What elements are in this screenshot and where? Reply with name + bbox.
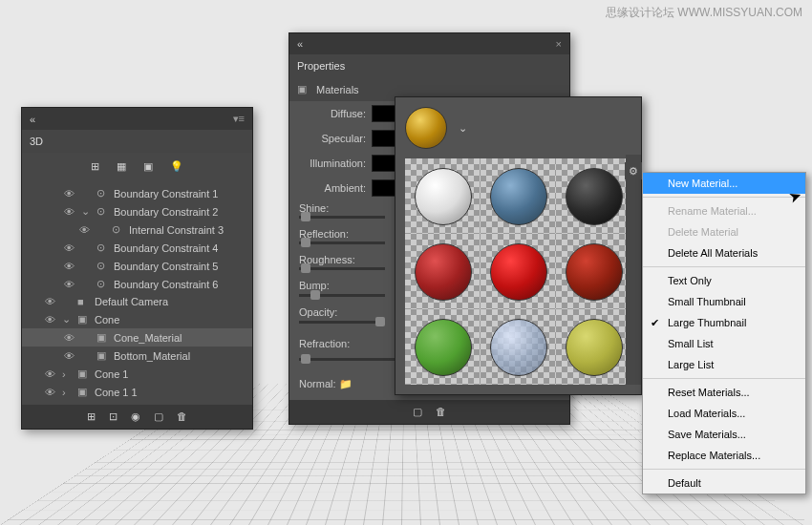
menu-save-materials[interactable]: Save Materials... [643, 424, 805, 445]
panel-props-title: Properties [297, 60, 345, 72]
menu-large-list[interactable]: Large List [643, 354, 805, 375]
twist-icon[interactable]: › [62, 368, 74, 380]
context-menu: New Material... Rename Material... Delet… [642, 172, 806, 494]
menu-rename-material: Rename Material... [643, 200, 805, 221]
tree-item[interactable]: 👁⊙Boundary Constraint 1 [22, 184, 252, 202]
tree-item-cone-material[interactable]: 👁▣Cone_Material [22, 328, 252, 346]
tree-item[interactable]: 👁⊙Internal Constraint 3 [22, 220, 252, 239]
menu-separator [643, 197, 805, 198]
trash-icon[interactable]: 🗑 [436, 406, 446, 418]
twist-icon[interactable]: › [62, 387, 74, 398]
visibility-icon[interactable]: 👁 [60, 261, 77, 272]
trash-icon[interactable]: 🗑 [177, 410, 187, 423]
scene-tree: 👁⊙Boundary Constraint 1 👁⌄⊙Boundary Cons… [22, 180, 252, 405]
material-picker: ⌄ [395, 96, 642, 395]
menu-separator [643, 469, 805, 470]
panel-menu-icon[interactable]: ▾≡ [233, 113, 245, 125]
panel-props-header[interactable]: « × [289, 33, 569, 54]
filter-light-icon[interactable]: 💡 [170, 160, 183, 173]
new-layer-icon[interactable]: ⊞ [87, 410, 96, 423]
opacity-slider[interactable] [299, 321, 385, 324]
visibility-icon[interactable]: 👁 [60, 242, 77, 254]
camera-icon: ■ [77, 296, 91, 307]
panel-3d: « ▾≡ 3D ⊞ ▦ ▣ 💡 👁⊙Boundary Constraint 1 … [21, 107, 253, 430]
menu-large-thumbnail[interactable]: ✔Large Thumbnail [643, 312, 805, 333]
roughness-slider[interactable] [299, 267, 385, 270]
tree-item[interactable]: 👁⊙Boundary Constraint 6 [22, 275, 252, 293]
visibility-icon[interactable]: 👁 [60, 332, 77, 344]
visibility-icon[interactable]: 👁 [41, 296, 58, 307]
render-icon[interactable]: ▢ [154, 410, 163, 423]
shine-slider[interactable] [299, 216, 385, 219]
folder-icon[interactable]: 📁 [339, 378, 353, 389]
tree-item[interactable]: 👁⊙Boundary Constraint 5 [22, 257, 252, 275]
material-swatch-red2[interactable] [481, 234, 556, 309]
material-swatch-yellow[interactable] [556, 309, 631, 385]
material-swatch-green[interactable] [405, 309, 481, 385]
dropdown-icon[interactable]: ⌄ [459, 122, 467, 135]
material-swatch-red3[interactable] [556, 234, 631, 309]
picker-scrollbar[interactable] [626, 155, 641, 385]
menu-small-thumbnail[interactable]: Small Thumbnail [643, 291, 805, 312]
visibility-icon[interactable]: 👁 [41, 368, 58, 380]
visibility-icon[interactable]: 👁 [60, 188, 77, 200]
menu-separator [643, 378, 805, 379]
panel-props-footer: ▢ 🗑 [289, 400, 569, 424]
panel-3d-header[interactable]: « ▾≡ [22, 108, 252, 130]
specular-swatch[interactable] [372, 130, 396, 147]
menu-delete-all[interactable]: Delete All Materials [643, 242, 805, 263]
toolbar-3d: ⊞ ▦ ▣ 💡 [22, 153, 252, 180]
material-swatch-glass[interactable] [481, 309, 556, 385]
material-icon: ▣ [297, 83, 310, 95]
menu-text-only[interactable]: Text Only [643, 270, 805, 291]
ambient-swatch[interactable] [372, 179, 396, 197]
material-swatch-blue[interactable] [481, 158, 556, 234]
visibility-icon[interactable]: 👁 [60, 206, 77, 218]
twist-icon[interactable]: ⌄ [62, 313, 74, 326]
menu-new-material[interactable]: New Material... [643, 173, 805, 194]
light-icon[interactable]: ◉ [131, 410, 140, 423]
twist-icon[interactable]: ⌄ [81, 205, 93, 218]
diffuse-swatch[interactable] [372, 105, 396, 122]
menu-separator [643, 266, 805, 267]
bump-slider[interactable] [299, 294, 385, 297]
menu-reset-materials[interactable]: Reset Materials... [643, 382, 805, 403]
visibility-icon[interactable]: 👁 [41, 387, 58, 398]
tree-item[interactable]: 👁›▣Cone 1 1 [22, 383, 252, 401]
material-swatch-white[interactable] [405, 158, 481, 234]
menu-load-materials[interactable]: Load Materials... [643, 403, 805, 424]
filter-scene-icon[interactable]: ⊞ [91, 160, 99, 173]
render-icon[interactable]: ▢ [413, 406, 422, 418]
tree-item-cone[interactable]: 👁⌄▣Cone [22, 310, 252, 328]
gear-icon[interactable]: ⚙ [625, 162, 642, 179]
filter-mesh-icon[interactable]: ▦ [117, 160, 126, 173]
menu-small-list[interactable]: Small List [643, 333, 805, 354]
menu-default[interactable]: Default [643, 472, 805, 494]
collapse-icon[interactable]: « [30, 114, 35, 125]
tree-item-camera[interactable]: 👁■Default Camera [22, 293, 252, 310]
tree-item-bottom-material[interactable]: 👁▣Bottom_Material [22, 346, 252, 365]
tree-item[interactable]: 👁›▣Cone 1 [22, 365, 252, 383]
reflection-slider[interactable] [299, 242, 385, 244]
check-icon: ✔ [651, 317, 659, 329]
menu-replace-materials[interactable]: Replace Materials... [643, 445, 805, 466]
new-folder-icon[interactable]: ⊡ [109, 410, 118, 423]
preview-sphere-gold[interactable] [405, 107, 447, 149]
filter-material-icon[interactable]: ▣ [143, 160, 153, 173]
close-icon[interactable]: × [556, 38, 562, 50]
visibility-icon[interactable]: 👁 [60, 279, 77, 290]
materials-label: Materials [316, 84, 359, 95]
tree-item[interactable]: 👁⌄⊙Boundary Constraint 2 [22, 202, 252, 220]
visibility-icon[interactable]: 👁 [60, 350, 77, 362]
watermark: 思缘设计论坛 WWW.MISSYUAN.COM [606, 5, 802, 21]
panel-3d-footer: ⊞ ⊡ ◉ ▢ 🗑 [22, 405, 252, 429]
illumination-swatch[interactable] [372, 155, 396, 172]
visibility-icon[interactable]: 👁 [41, 314, 58, 326]
visibility-icon[interactable]: 👁 [75, 224, 93, 236]
panel-props-titlebar: Properties [289, 54, 569, 77]
material-swatch-dark[interactable] [556, 158, 631, 234]
material-swatch-red1[interactable] [405, 234, 481, 309]
tree-item[interactable]: 👁⊙Boundary Constraint 4 [22, 239, 252, 257]
collapse-icon[interactable]: « [297, 38, 303, 50]
panel-3d-title: 3D [30, 136, 43, 147]
